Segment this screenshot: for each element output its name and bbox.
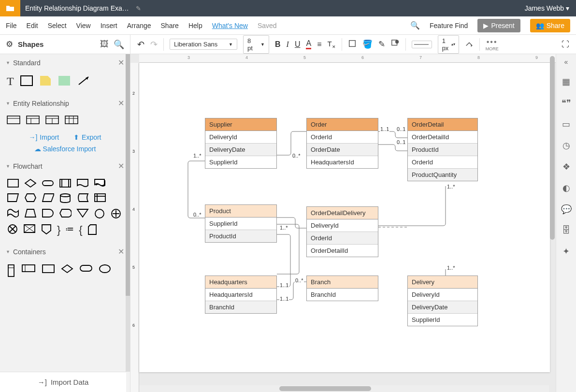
history-icon[interactable]: ◷ [562,140,570,151]
menu-share[interactable]: Share [161,22,179,29]
close-icon[interactable]: ✕ [118,161,124,171]
paint-icon[interactable]: ◐ [562,183,570,193]
section-er[interactable]: ▼Entity Relationship✕ [0,95,130,112]
fc-cyl[interactable] [59,193,72,203]
binoculars-icon[interactable]: 🔍 [410,21,420,30]
shapestyle-icon[interactable] [391,39,400,49]
er-shape-2[interactable] [26,116,40,126]
shapefill-icon[interactable] [348,39,357,49]
close-icon[interactable]: ✕ [118,247,124,256]
entity-orderdetail[interactable]: OrderDetail OrderDetailId ProductId Orde… [407,118,478,181]
arrow-shape[interactable] [77,75,90,88]
collapse-panel-icon[interactable]: « [564,58,568,66]
fc-hex[interactable] [24,193,37,203]
user-menu[interactable]: James Webb ▾ [518,4,576,12]
bold-icon[interactable]: B [275,40,281,49]
er-shape-4[interactable] [65,116,78,126]
textstyle-icon[interactable]: T✕ [327,40,335,49]
more-button[interactable]: •••MORE [486,38,499,51]
present-icon[interactable]: ▭ [562,119,570,130]
fc-connector[interactable] [94,208,105,219]
image-icon[interactable]: 🖼 [100,39,109,49]
folder-icon[interactable] [0,0,20,16]
menu-arrange[interactable]: Arrange [127,22,151,29]
close-icon[interactable]: ✕ [118,58,124,67]
fc-brace2[interactable]: { [79,224,82,236]
entity-supplier[interactable]: Supplier DeliveryId DeliveryDate Supplie… [205,118,277,169]
border-icon[interactable]: ✎ [378,39,385,49]
linetype-icon[interactable] [465,39,474,49]
cont-3[interactable] [42,264,55,274]
fc-display[interactable] [59,208,72,218]
fc-multidoc[interactable] [94,178,106,188]
note-shape[interactable] [39,75,52,88]
fc-or[interactable] [7,224,18,234]
entity-order[interactable]: Order OrderId OrderDate HeadquartersId [306,118,378,169]
fc-internal[interactable] [94,193,106,203]
share-button[interactable]: 👥 Share [530,19,570,32]
menu-view[interactable]: View [76,22,91,29]
data-icon[interactable]: 🗄 [562,225,571,235]
feature-find[interactable]: Feature Find [430,22,468,29]
entity-branch[interactable]: Branch BranchId [306,276,378,301]
document-title[interactable]: Entity Relationship Diagram Exa… [20,4,134,12]
textcolor-icon[interactable]: A [306,39,311,49]
menu-insert[interactable]: Insert [101,22,117,29]
menu-edit[interactable]: Edit [27,22,38,29]
fc-doc[interactable] [76,178,89,188]
entity-product[interactable]: Product SupplierId ProductId [205,204,277,243]
linestyle-select[interactable] [412,41,432,48]
fc-offpage[interactable] [41,224,52,234]
cont-2[interactable] [21,264,36,273]
vertical-scrollbar[interactable] [549,56,556,240]
import-data-button[interactable]: →] Import Data [0,372,126,392]
magic-icon[interactable]: ✦ [562,246,570,257]
underline-icon[interactable]: U [295,40,301,49]
menu-file[interactable]: File [6,22,17,29]
section-flowchart[interactable]: ▼Flowchart✕ [0,158,130,174]
horizontal-scrollbar[interactable] [139,385,549,392]
fc-merge[interactable] [76,208,89,218]
entity-orderdetaildelivery[interactable]: OrderDetailDelivery DeliveryId OrderId O… [306,206,378,257]
section-containers[interactable]: ▼Containers✕ [0,243,130,260]
align-icon[interactable]: ≡ [317,40,321,49]
canvas-area[interactable]: 3 4 5 6 7 8 9 2 3 4 5 6 [130,54,556,392]
search-icon[interactable]: 🔍 [114,39,124,50]
block-shape[interactable] [58,75,71,88]
entity-headquarters[interactable]: Headquarters HeadquartersId BranchId [205,276,277,314]
fc-note[interactable]: ≔ [65,224,74,236]
cont-4[interactable] [61,264,73,274]
fullscreen-icon[interactable]: ⛶ [562,40,569,49]
fc-trap[interactable] [24,208,37,218]
cont-5[interactable] [79,264,93,273]
page-icon[interactable]: ▦ [562,76,570,87]
menu-help[interactable]: Help [188,22,202,29]
present-button[interactable]: ▶ Present [477,19,520,32]
linewidth-select[interactable]: 1 px▴▾ [438,35,459,54]
italic-icon[interactable]: I [287,40,289,49]
fc-terminator[interactable] [42,178,54,188]
gear-icon[interactable]: ⚙ [6,39,13,49]
fc-rect[interactable] [7,178,19,188]
layers-icon[interactable]: ❖ [562,161,570,172]
cont-1[interactable] [7,264,15,277]
fc-para[interactable] [42,193,54,203]
er-shape-1[interactable] [7,116,20,126]
fc-collate[interactable] [23,224,36,233]
fontsize-select[interactable]: 8 pt▼ [243,35,269,54]
er-import[interactable]: →] Import [29,133,59,141]
fc-brace1[interactable]: } [57,224,60,236]
fc-stored[interactable] [76,193,89,203]
fc-manual[interactable] [7,193,19,203]
section-standard[interactable]: ▼Standard✕ [0,54,130,71]
cont-6[interactable] [99,264,111,274]
rect-shape[interactable] [20,75,33,88]
redo-icon[interactable]: ↷ [150,39,158,50]
font-select[interactable]: Liberation Sans▼ [170,39,237,50]
fc-predef[interactable] [59,178,72,188]
sidebar-scrollbar[interactable] [126,54,130,372]
edit-title-icon[interactable]: ✎ [136,5,141,12]
close-icon[interactable]: ✕ [118,99,124,108]
er-shape-3[interactable] [45,116,59,126]
fill-icon[interactable]: 🪣 [362,39,373,49]
